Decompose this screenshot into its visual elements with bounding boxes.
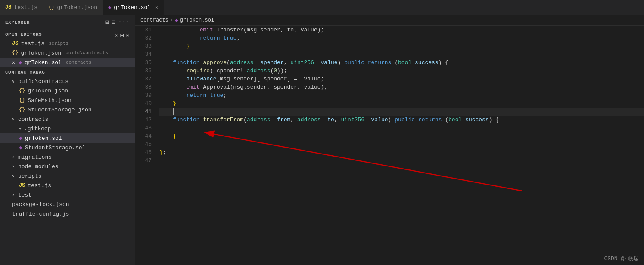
folder-name: scripts xyxy=(18,173,42,179)
folder-arrow-icon: › xyxy=(12,164,15,169)
file-safemath-json[interactable]: {} SafeMath.json xyxy=(0,96,135,105)
tab-grtoken-sol[interactable]: ◆ grToken.sol ✕ xyxy=(103,0,164,15)
folder-migrations[interactable]: › migrations xyxy=(0,152,135,162)
new-file-icon[interactable]: ⊡ xyxy=(105,18,109,26)
line-number: 38 xyxy=(135,83,152,91)
folder-arrow-icon: ∨ xyxy=(12,117,15,122)
tab-label: grToken.json xyxy=(57,4,97,11)
tab-grtoken-json[interactable]: {} grToken.json xyxy=(43,0,103,15)
file-package-lock-json[interactable]: package-lock.json xyxy=(0,200,135,209)
tab-label: test.js xyxy=(14,4,37,11)
file-studentstorage-json[interactable]: {} StudentStorage.json xyxy=(0,105,135,114)
js-icon: JS xyxy=(12,40,18,46)
file-name: .gitkeep xyxy=(24,126,51,132)
file-path: build\contracts xyxy=(65,50,108,55)
folder-arrow-icon: › xyxy=(12,193,15,197)
file-name: truffle-config.js xyxy=(12,211,69,217)
file-name: StudentStorage.json xyxy=(28,107,91,113)
folder-arrow-icon: › xyxy=(12,155,15,160)
tab-close-button[interactable]: ✕ xyxy=(155,5,158,10)
tab-bar: JS test.js {} grToken.json ◆ grToken.sol… xyxy=(0,0,644,15)
file-name: StudentStorage.sol xyxy=(25,145,85,151)
file-name: grToken.json xyxy=(28,88,68,94)
line-number: 39 xyxy=(135,91,152,99)
json-icon: {} xyxy=(19,97,25,103)
watermark: CSDN @·联瑞 xyxy=(604,255,639,262)
code-line-37: allowance[msg.sender][_spender] = _value… xyxy=(159,75,644,83)
line-number: 41 xyxy=(135,108,152,116)
folder-build-contracts[interactable]: ∨ build\contracts xyxy=(0,77,135,86)
code-line-47 xyxy=(159,157,644,165)
file-grtoken-sol[interactable]: ◆ grToken.sol xyxy=(0,133,135,143)
code-area[interactable]: emit Transfer(msg.sender,_to,_value); re… xyxy=(156,26,644,265)
new-folder-icon2[interactable]: ⊟ xyxy=(120,32,124,39)
line-number: 45 xyxy=(135,140,152,148)
code-line-31: emit Transfer(msg.sender,_to,_value); xyxy=(159,26,644,34)
close-x-icon[interactable]: ✕ xyxy=(12,59,15,66)
file-name: package-lock.json xyxy=(12,201,69,208)
line-number: 44 xyxy=(135,132,152,140)
new-folder-icon[interactable]: ⊟ xyxy=(112,18,115,26)
line-number: 33 xyxy=(135,42,152,50)
line-number: 47 xyxy=(135,157,152,165)
file-studentstorage-sol[interactable]: ◆ StudentStorage.sol xyxy=(0,143,135,152)
json-icon: {} xyxy=(12,50,18,56)
file-name: grToken.sol xyxy=(25,135,62,142)
folder-arrow-icon: ∨ xyxy=(12,173,15,179)
code-line-33: } xyxy=(159,42,644,50)
code-line-34 xyxy=(159,50,644,59)
line-number: 36 xyxy=(135,67,152,75)
breadcrumb: contracts › ◆ grToken.sol xyxy=(135,15,644,26)
open-editor-grtoken-json[interactable]: {} grToken.json build\contracts xyxy=(0,48,135,58)
folder-contracts[interactable]: ∨ contracts xyxy=(0,114,135,124)
file-truffle-config-js[interactable]: truffle-config.js xyxy=(0,209,135,219)
code-line-41 xyxy=(159,108,644,116)
file-path: scripts xyxy=(49,41,68,46)
file-explorer-section: CONTRACTMANAG ∨ build\contracts {} grTok… xyxy=(0,67,135,219)
code-line-40: } xyxy=(159,99,644,108)
file-grtoken-json[interactable]: {} grToken.json xyxy=(0,86,135,96)
file-gitkeep[interactable]: ● .gitkeep xyxy=(0,124,135,133)
contractmanag-label: CONTRACTMANAG xyxy=(0,67,135,77)
folder-name: test xyxy=(18,192,31,198)
code-line-43 xyxy=(159,124,644,132)
sol-icon: ◆ xyxy=(19,135,22,142)
line-number: 46 xyxy=(135,148,152,157)
open-editor-grtoken-sol[interactable]: ✕ ◆ grToken.sol contracts xyxy=(0,58,135,67)
folder-name: build\contracts xyxy=(18,78,68,85)
json-icon: {} xyxy=(19,88,25,94)
line-number: 43 xyxy=(135,124,152,132)
line-number: 42 xyxy=(135,116,152,124)
main-layout: EXPLORER ⊡ ⊟ ··· OPEN EDITORS ⊡ ⊟ ⊠ JS t… xyxy=(0,15,644,265)
explorer-title: EXPLORER xyxy=(5,20,30,25)
folder-test[interactable]: › test xyxy=(0,190,135,200)
more-icon[interactable]: ··· xyxy=(118,18,130,26)
folder-node-modules[interactable]: › node_modules xyxy=(0,162,135,171)
file-name: grToken.sol xyxy=(25,59,62,66)
open-editors-section: OPEN EDITORS ⊡ ⊟ ⊠ JS test.js scripts {}… xyxy=(0,29,135,67)
code-line-39: return true; xyxy=(159,91,644,99)
code-line-46: }; xyxy=(159,148,644,157)
tab-test-js[interactable]: JS test.js xyxy=(0,0,43,15)
file-name: test.js xyxy=(21,40,44,47)
new-file-icon2[interactable]: ⊡ xyxy=(126,32,130,39)
line-numbers: 31 32 33 34 35 36 37 38 39 40 41 42 43 4… xyxy=(135,26,156,265)
tab-label: grToken.sol xyxy=(114,4,151,11)
line-number: 40 xyxy=(135,99,152,108)
sol-icon: ◆ xyxy=(175,17,178,24)
sol-icon: ◆ xyxy=(108,4,111,11)
breadcrumb-contracts: contracts xyxy=(140,17,168,23)
sol-icon: ◆ xyxy=(19,144,22,151)
file-test-js[interactable]: JS test.js xyxy=(0,181,135,190)
open-editor-test-js[interactable]: JS test.js scripts xyxy=(0,39,115,48)
code-line-38: emit Approval(msg.sender,_spender,_value… xyxy=(159,83,644,91)
code-line-42: function transferFrom(address _from, add… xyxy=(159,116,644,124)
file-name: SafeMath.json xyxy=(28,97,71,104)
js-icon: JS xyxy=(19,182,25,188)
json-icon: {} xyxy=(19,107,25,113)
collapse-icon[interactable]: ⊠ xyxy=(115,32,118,39)
folder-scripts[interactable]: ∨ scripts xyxy=(0,171,135,181)
file-path: contracts xyxy=(66,60,91,65)
code-line-44: } xyxy=(159,132,644,140)
breadcrumb-file: grToken.sol xyxy=(180,17,214,23)
